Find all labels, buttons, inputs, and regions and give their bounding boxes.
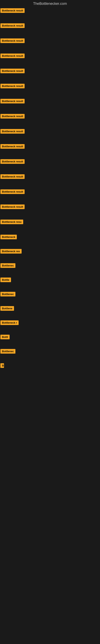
list-item: Bottleneck result <box>0 84 100 89</box>
bottleneck-badge[interactable]: Bottlene <box>0 306 14 311</box>
bottleneck-badge[interactable]: Bottleneck result <box>0 144 25 149</box>
list-item: Bottlenec <box>0 263 100 269</box>
bottleneck-badge[interactable]: Bottleneck result <box>0 99 25 104</box>
list-item: Bottleneck result <box>0 69 100 74</box>
list-item: Bottleneck r <box>0 320 100 326</box>
list-item: B <box>0 363 100 369</box>
bottleneck-badge[interactable]: Bottleneck result <box>0 23 25 28</box>
bottleneck-badge[interactable]: Bottlenec <box>0 349 15 354</box>
empty-spacer <box>0 378 100 398</box>
bottleneck-badge[interactable]: Bottleneck result <box>0 159 25 164</box>
list-item: Bottl <box>0 335 100 340</box>
page-container: TheBottlenecker.com Bottleneck resultBot… <box>0 0 100 539</box>
list-item: Bottleneck result <box>0 8 100 14</box>
list-item: Bottleneck result <box>0 129 100 134</box>
list-item: Bottlenec <box>0 349 100 354</box>
bottleneck-badge[interactable]: Bottle <box>0 278 11 282</box>
site-title: TheBottlenecker.com <box>0 0 100 8</box>
bottleneck-badge[interactable]: B <box>0 363 4 368</box>
list-item: Bottle <box>0 278 100 283</box>
empty-spacer <box>0 498 100 518</box>
list-item: Bottleneck result <box>0 204 100 210</box>
empty-spacer <box>0 518 100 538</box>
bottleneck-badge[interactable]: Bottleneck res <box>0 249 22 254</box>
list-item: Bottleneck result <box>0 114 100 119</box>
bottleneck-badge[interactable]: Bottleneck result <box>0 190 25 194</box>
bottleneck-badge[interactable]: Bottleneck result <box>0 204 25 209</box>
empty-spacer <box>0 478 100 498</box>
empty-spacer <box>0 438 100 458</box>
items-container: Bottleneck resultBottleneck resultBottle… <box>0 8 100 539</box>
list-item: Bottlenec <box>0 292 100 297</box>
bottleneck-badge[interactable]: Bottleneck result <box>0 54 25 58</box>
list-item: Bottleneck result <box>0 99 100 104</box>
bottleneck-badge[interactable]: Bottleneck result <box>0 114 25 118</box>
list-item: Bottleneck result <box>0 190 100 195</box>
list-item: Bottleneck result <box>0 144 100 150</box>
empty-spacer <box>0 458 100 478</box>
bottleneck-badge[interactable]: Bottleneck result <box>0 174 25 179</box>
list-item: Bottleneck <box>0 235 100 240</box>
empty-spacer <box>0 398 100 418</box>
bottleneck-badge[interactable]: Bottleneck <box>0 235 17 239</box>
list-item: Bottlene <box>0 306 100 312</box>
bottleneck-badge[interactable]: Bottleneck result <box>0 38 25 43</box>
list-item: Bottleneck result <box>0 159 100 164</box>
bottleneck-badge[interactable]: Bottlenec <box>0 263 15 268</box>
list-item: Bottleneck result <box>0 38 100 44</box>
bottleneck-badge[interactable]: Bottlenec <box>0 292 15 296</box>
list-item: Bottleneck result <box>0 174 100 180</box>
bottleneck-badge[interactable]: Bottleneck resu <box>0 220 23 224</box>
bottleneck-badge[interactable]: Bottleneck result <box>0 8 25 13</box>
list-item: Bottleneck result <box>0 54 100 59</box>
list-item: Bottleneck res <box>0 249 100 254</box>
bottleneck-badge[interactable]: Bottleneck result <box>0 84 25 88</box>
bottleneck-badge[interactable]: Bottleneck result <box>0 69 25 73</box>
list-item: Bottleneck resu <box>0 220 100 225</box>
bottleneck-badge[interactable]: Bottleneck r <box>0 320 19 325</box>
bottleneck-badge[interactable]: Bottl <box>0 335 10 339</box>
bottleneck-badge[interactable]: Bottleneck result <box>0 129 25 134</box>
empty-spacer <box>0 418 100 438</box>
list-item: Bottleneck result <box>0 23 100 29</box>
